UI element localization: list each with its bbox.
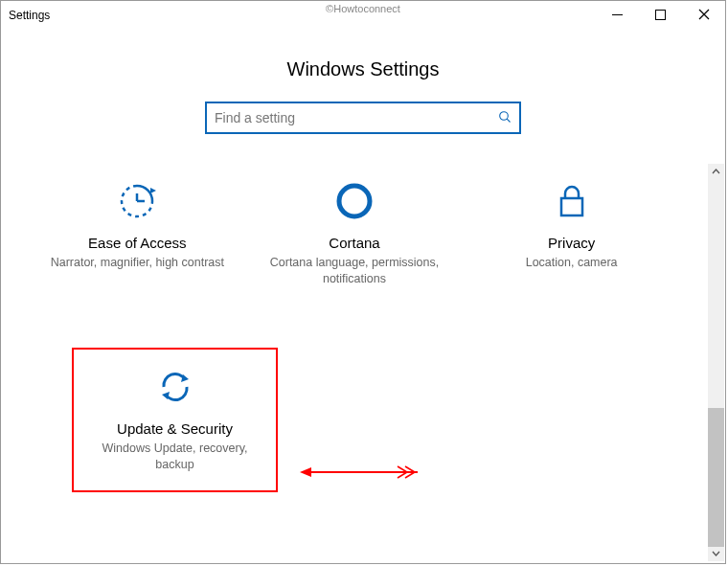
tiles-row-2: Update & Security Windows Update, recove… xyxy=(29,348,680,492)
tile-desc: Narrator, magnifier, high contrast xyxy=(44,255,231,271)
sync-icon xyxy=(83,363,266,411)
svg-point-9 xyxy=(339,186,370,216)
scroll-thumb[interactable] xyxy=(708,408,724,547)
window-title: Settings xyxy=(9,9,50,22)
tile-ease-of-access[interactable]: Ease of Access Narrator, magnifier, high… xyxy=(34,164,240,305)
content-area: Ease of Access Narrator, magnifier, high… xyxy=(1,164,708,563)
tile-label: Privacy xyxy=(478,235,665,251)
svg-rect-1 xyxy=(656,10,666,19)
vertical-scrollbar[interactable] xyxy=(708,164,724,561)
search-icon xyxy=(498,110,512,126)
svg-point-4 xyxy=(500,111,509,120)
settings-window: Settings ©Howtoconnect Windows Settings xyxy=(0,0,726,564)
tile-cortana[interactable]: Cortana Cortana language, permissions, n… xyxy=(251,164,457,305)
tile-desc: Cortana language, permissions, notificat… xyxy=(261,255,447,287)
scroll-down-icon[interactable] xyxy=(708,545,724,561)
tile-desc: Location, camera xyxy=(478,255,665,271)
lock-icon xyxy=(478,177,665,225)
maximize-button[interactable] xyxy=(639,1,682,28)
search-box[interactable] xyxy=(205,102,521,134)
search-wrap xyxy=(1,102,725,134)
scroll-up-icon[interactable] xyxy=(708,164,724,180)
svg-marker-8 xyxy=(150,188,156,193)
ease-of-access-icon xyxy=(44,177,231,225)
cortana-icon xyxy=(261,177,447,225)
tile-label: Ease of Access xyxy=(44,235,231,251)
tile-update-security[interactable]: Update & Security Windows Update, recove… xyxy=(72,348,278,492)
svg-line-5 xyxy=(507,119,510,122)
tile-label: Cortana xyxy=(261,235,447,251)
close-button[interactable] xyxy=(682,1,725,28)
svg-rect-10 xyxy=(561,198,582,215)
window-controls xyxy=(596,1,725,28)
page-title: Windows Settings xyxy=(1,58,725,80)
minimize-button[interactable] xyxy=(596,1,639,28)
watermark: ©Howtoconnect xyxy=(326,3,400,14)
tiles-row-1: Ease of Access Narrator, magnifier, high… xyxy=(29,164,680,305)
tile-desc: Windows Update, recovery, backup xyxy=(83,441,266,473)
tile-privacy[interactable]: Privacy Location, camera xyxy=(468,164,674,305)
tile-label: Update & Security xyxy=(83,420,266,437)
search-input[interactable] xyxy=(215,110,498,125)
